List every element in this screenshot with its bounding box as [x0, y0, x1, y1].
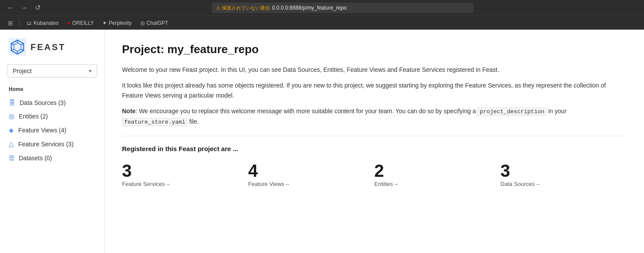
sidebar-item-feature-views[interactable]: ◈ Feature Views (4) [0, 123, 104, 137]
stat-entities-number: 2 [374, 161, 492, 180]
bookmark-kubanates[interactable]: 🗂 Kubanates [23, 19, 62, 27]
sidebar-item-data-sources[interactable]: 🗄 Data Sources (3) [0, 96, 104, 109]
description-paragraph-2: It looks like this project already has s… [122, 81, 627, 100]
data-sources-icon: 🗄 [9, 99, 15, 106]
feast-logo-icon [9, 38, 26, 56]
bookmarks-bar: ⊞ 🗂 Kubanates ● OREILLY ✦ Perplexity ◎ C… [0, 16, 644, 30]
main-content: Project: my_feature_repo Welcome to your… [105, 30, 644, 253]
registered-label: Registered in this Feast project are ... [122, 145, 627, 152]
note-suffix-text: file. [187, 118, 199, 125]
bookmark-oreilly[interactable]: ● OREILLY [64, 19, 97, 27]
sidebar-item-entities-label: Entities (2) [19, 113, 48, 120]
bookmark-kubanates-label: Kubanates [34, 20, 58, 26]
note-paragraph: Note: We encourage you to replace this w… [122, 106, 627, 127]
logo-text: FEAST [31, 42, 66, 52]
stat-entities: 2 Entities→ [374, 161, 501, 187]
bookmark-oreilly-label: OREILLY [72, 20, 94, 26]
project-dropdown[interactable]: Project ▾ [7, 64, 97, 78]
oreilly-icon: ● [67, 20, 70, 26]
project-dropdown-label: Project [13, 67, 32, 74]
stat-data-sources-number: 3 [501, 161, 618, 180]
kubanates-icon: 🗂 [27, 20, 32, 26]
bookmark-perplexity-label: Perplexity [108, 20, 132, 26]
stat-feature-views: 4 Feature Views→ [248, 161, 375, 187]
note-code-feature-store-yaml: feature_store.yaml [122, 118, 187, 126]
stat-feature-services-number: 3 [122, 161, 240, 180]
back-button[interactable]: ← [5, 3, 16, 12]
bookmark-perplexity[interactable]: ✦ Perplexity [99, 19, 135, 27]
feature-views-icon: ◈ [9, 126, 14, 134]
sidebar-item-feature-services-label: Feature Services (3) [18, 141, 74, 148]
sidebar-item-data-sources-label: Data Sources (3) [20, 99, 66, 106]
page-title: Project: my_feature_repo [122, 43, 627, 56]
app-container: FEAST Project ▾ Home 🗄 Data Sources (3) … [0, 30, 644, 253]
stat-data-sources-link[interactable]: Data Sources→ [501, 181, 541, 187]
chevron-down-icon: ▾ [89, 68, 92, 74]
apps-icon[interactable]: ⊞ [5, 19, 16, 27]
browser-chrome: ← → ↺ ⚠ 保護されていない通信 0.0.0.0:8888/p/my_fea… [0, 0, 644, 16]
sidebar: FEAST Project ▾ Home 🗄 Data Sources (3) … [0, 30, 105, 253]
stat-feature-services-link[interactable]: Feature Services→ [122, 181, 170, 187]
section-divider [122, 136, 627, 136]
note-strong: Note [122, 108, 136, 115]
security-warning: ⚠ 保護されていない通信 [216, 5, 270, 11]
url-display: 0.0.0.0:8888/p/my_feature_repo [272, 5, 347, 11]
bookmark-chatgpt-label: ChatGPT [146, 20, 168, 26]
sidebar-item-datasets[interactable]: ☰ Datasets (0) [0, 151, 104, 165]
stat-feature-services: 3 Feature Services→ [122, 161, 248, 187]
sidebar-item-feature-services[interactable]: △ Feature Services (3) [0, 137, 104, 151]
address-bar[interactable]: ⚠ 保護されていない通信 0.0.0.0:8888/p/my_feature_r… [212, 3, 473, 13]
sidebar-item-feature-views-label: Feature Views (4) [18, 127, 66, 134]
note-mid-text: in your [546, 108, 566, 115]
perplexity-icon: ✦ [102, 20, 107, 26]
forward-button[interactable]: → [19, 3, 30, 12]
divider [19, 19, 20, 27]
nav-home-label: Home [0, 86, 104, 96]
stats-grid: 3 Feature Services→ 4 Feature Views→ 2 E… [122, 161, 627, 187]
stat-entities-link[interactable]: Entities→ [374, 181, 399, 187]
bookmark-chatgpt[interactable]: ◎ ChatGPT [137, 19, 172, 27]
reload-button[interactable]: ↺ [33, 3, 42, 12]
entities-icon: ◎ [9, 112, 14, 120]
stat-data-sources: 3 Data Sources→ [501, 161, 627, 187]
sidebar-item-entities[interactable]: ◎ Entities (2) [0, 109, 104, 123]
feature-services-icon: △ [9, 140, 14, 148]
note-code-project-description: project_description [478, 108, 546, 116]
stat-feature-views-link[interactable]: Feature Views→ [248, 181, 290, 187]
sidebar-item-datasets-label: Datasets (0) [19, 155, 52, 162]
datasets-icon: ☰ [9, 154, 14, 162]
chatgpt-icon: ◎ [140, 20, 145, 26]
description-paragraph-1: Welcome to your new Feast project. In th… [122, 65, 627, 74]
logo-area: FEAST [0, 38, 104, 64]
stat-feature-views-number: 4 [248, 161, 366, 180]
note-body-text: : We encourage you to replace this welco… [136, 108, 478, 115]
